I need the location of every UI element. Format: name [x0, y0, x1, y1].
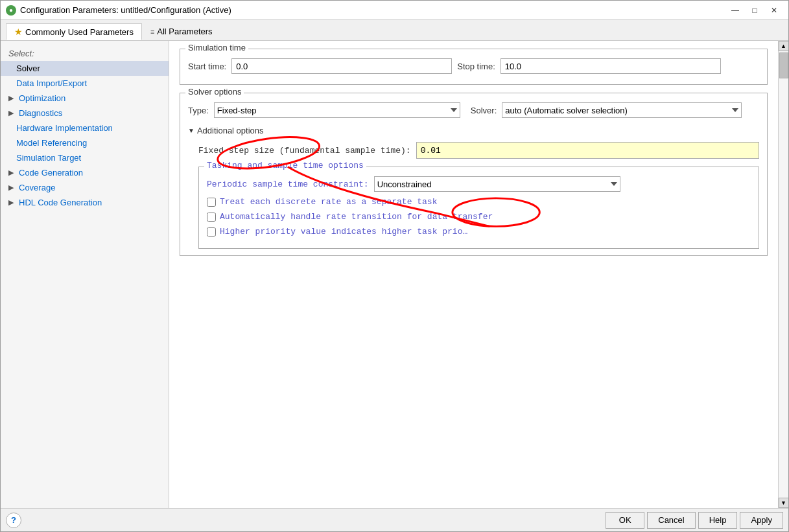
chevron-right-icon: ▶ — [8, 198, 16, 207]
fixed-step-label: Fixed-step size (fundamental sample time… — [198, 146, 411, 156]
scroll-down-button[interactable]: ▼ — [779, 498, 789, 508]
solver-options-title: Solver options — [185, 87, 244, 97]
solver-options-section: Solver options Type: Fixed-step Variable… — [180, 93, 768, 256]
tab-bar: ★ Commonly Used Parameters ≡ All Paramet… — [1, 20, 788, 41]
stop-time-label: Stop time: — [457, 62, 495, 71]
checkbox-rate-transition[interactable] — [207, 213, 216, 222]
sidebar-item-coverage[interactable]: ▶ Coverage — [1, 180, 169, 195]
window-controls: — □ ✕ — [726, 3, 783, 17]
stop-time-input[interactable] — [500, 58, 721, 74]
checkbox-row-1: Treat each discrete rate as a separate t… — [207, 197, 751, 207]
help-icon-button[interactable]: ? — [6, 513, 21, 528]
checkbox-row-2: Automatically handle rate transition for… — [207, 212, 751, 222]
sidebar-item-solver[interactable]: Solver — [1, 61, 169, 76]
chevron-right-icon: ▶ — [8, 94, 16, 102]
main-area: Select: Solver Data Import/Export ▶ Opti… — [1, 41, 788, 508]
start-time-label: Start time: — [188, 62, 226, 71]
type-select[interactable]: Fixed-step Variable-step — [214, 102, 460, 118]
solver-select[interactable]: auto (Automatic solver selection) discre… — [502, 102, 742, 118]
periodic-select[interactable]: Unconstrained Specified — [374, 176, 620, 192]
model-referencing-label: Model Referencing — [16, 138, 87, 148]
checkbox-discrete-rate-label: Treat each discrete rate as a separate t… — [220, 197, 437, 207]
sidebar-item-optimization[interactable]: ▶ Optimization — [1, 91, 169, 106]
simulation-time-section: Simulation time Start time: Stop time: — [180, 49, 768, 85]
fixed-step-row: Fixed-step size (fundamental sample time… — [198, 142, 759, 159]
sidebar-item-model-referencing[interactable]: Model Referencing — [1, 135, 169, 150]
scrollbar-right[interactable]: ▲ ▼ — [778, 41, 788, 508]
app-icon: ● — [6, 5, 16, 16]
maximize-button[interactable]: □ — [746, 3, 764, 17]
additional-options-header[interactable]: ▼ Additional options — [188, 126, 759, 135]
fixed-step-input[interactable] — [416, 142, 759, 159]
sidebar-item-hardware-implementation[interactable]: Hardware Implementation — [1, 121, 169, 135]
checkbox-higher-priority-label: Higher priority value indicates higher t… — [220, 227, 467, 237]
periodic-label: Periodic sample time constraint: — [207, 179, 369, 189]
minimize-button[interactable]: — — [726, 3, 744, 17]
sidebar-item-code-generation[interactable]: ▶ Code Generation — [1, 165, 169, 180]
scroll-thumb[interactable] — [779, 52, 788, 78]
data-import-export-label: Data Import/Export — [16, 78, 87, 88]
cancel-button[interactable]: Cancel — [647, 512, 695, 529]
tab-all-parameters[interactable]: ≡ All Parameters — [142, 23, 221, 40]
tasking-title: Tasking and sample time options — [204, 161, 366, 170]
chevron-right-icon: ▶ — [8, 183, 16, 192]
close-button[interactable]: ✕ — [765, 3, 783, 17]
start-time-input[interactable] — [231, 58, 452, 74]
checkbox-discrete-rate[interactable] — [207, 198, 216, 207]
scroll-track[interactable] — [779, 51, 788, 498]
simulation-time-title: Simulation time — [185, 43, 248, 52]
simulation-target-label: Simulation Target — [16, 153, 81, 163]
checkbox-row-3: Higher priority value indicates higher t… — [207, 227, 751, 237]
sidebar-item-simulation-target[interactable]: Simulation Target — [1, 150, 169, 165]
solver-label: Solver: — [471, 106, 497, 115]
checkbox-rate-transition-label: Automatically handle rate transition for… — [220, 212, 493, 222]
diagnostics-label: Diagnostics — [19, 108, 62, 118]
periodic-constraint-row: Periodic sample time constraint: Unconst… — [207, 176, 751, 192]
sidebar: Select: Solver Data Import/Export ▶ Opti… — [1, 41, 169, 508]
code-generation-label: Code Generation — [19, 168, 83, 178]
sidebar-select-label: Select: — [1, 46, 169, 61]
solver-label: Solver — [16, 64, 40, 73]
coverage-label: Coverage — [19, 183, 55, 192]
type-label: Type: — [188, 106, 209, 115]
sidebar-item-diagnostics[interactable]: ▶ Diagnostics — [1, 106, 169, 121]
tab-common-parameters[interactable]: ★ Commonly Used Parameters — [6, 23, 142, 40]
tab-common-label: Commonly Used Parameters — [25, 27, 134, 37]
sidebar-item-data-import-export[interactable]: Data Import/Export — [1, 76, 169, 91]
help-button[interactable]: Help — [698, 512, 738, 529]
bottom-bar: ? OK Cancel Help Apply — [1, 508, 788, 531]
tab-all-label: All Parameters — [157, 27, 212, 36]
title-bar: ● Configuration Parameters: untitled/Con… — [1, 1, 788, 20]
chevron-right-icon: ▶ — [8, 168, 16, 177]
main-content-area: Simulation time Start time: Stop time: S… — [169, 41, 778, 508]
hardware-impl-label: Hardware Implementation — [16, 123, 113, 133]
sidebar-item-hdl-code-generation[interactable]: ▶ HDL Code Generation — [1, 195, 169, 210]
window-title: Configuration Parameters: untitled/Confi… — [20, 5, 231, 15]
additional-options-title: Additional options — [197, 126, 264, 135]
lines-icon: ≡ — [150, 28, 154, 36]
collapse-arrow-icon: ▼ — [188, 127, 194, 134]
optimization-label: Optimization — [19, 93, 65, 103]
tasking-section: Tasking and sample time options Periodic… — [198, 167, 759, 249]
hdl-code-generation-label: HDL Code Generation — [19, 198, 102, 207]
chevron-right-icon: ▶ — [8, 109, 16, 117]
scroll-up-button[interactable]: ▲ — [779, 41, 789, 51]
apply-button[interactable]: Apply — [740, 512, 783, 529]
checkbox-higher-priority[interactable] — [207, 227, 216, 237]
ok-button[interactable]: OK — [606, 512, 644, 529]
star-icon: ★ — [14, 27, 23, 37]
